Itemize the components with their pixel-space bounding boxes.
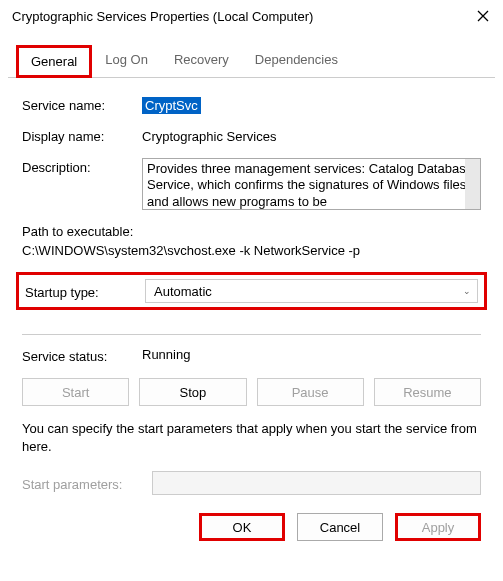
description-label: Description: <box>22 158 142 175</box>
tab-bar: General Log On Recovery Dependencies <box>8 44 495 78</box>
start-button: Start <box>22 378 129 406</box>
tab-content: Service name: CryptSvc Display name: Cry… <box>0 78 503 495</box>
description-box[interactable]: Provides three management services: Cata… <box>142 158 481 210</box>
display-name-value: Cryptographic Services <box>142 127 276 144</box>
start-parameters-hint: You can specify the start parameters tha… <box>22 420 481 455</box>
dialog-footer: OK Cancel Apply <box>0 513 503 541</box>
service-name-label: Service name: <box>22 96 142 113</box>
startup-type-row: Startup type: Automatic ⌄ <box>16 272 487 310</box>
divider <box>22 334 481 335</box>
stop-button[interactable]: Stop <box>139 378 246 406</box>
titlebar: Cryptographic Services Properties (Local… <box>0 0 503 32</box>
description-scrollbar[interactable] <box>465 159 480 209</box>
tab-recovery[interactable]: Recovery <box>161 45 242 78</box>
startup-type-value: Automatic <box>154 284 212 299</box>
tab-general[interactable]: General <box>16 45 92 78</box>
tab-logon[interactable]: Log On <box>92 45 161 78</box>
service-name-value[interactable]: CryptSvc <box>142 97 201 114</box>
start-parameters-input <box>152 471 481 495</box>
ok-button[interactable]: OK <box>199 513 285 541</box>
cancel-button[interactable]: Cancel <box>297 513 383 541</box>
resume-button: Resume <box>374 378 481 406</box>
startup-type-label: Startup type: <box>25 283 145 300</box>
startup-type-select[interactable]: Automatic ⌄ <box>145 279 478 303</box>
display-name-label: Display name: <box>22 127 142 144</box>
path-value: C:\WINDOWS\system32\svchost.exe -k Netwo… <box>22 243 481 258</box>
pause-button: Pause <box>257 378 364 406</box>
chevron-down-icon: ⌄ <box>463 286 471 296</box>
path-label: Path to executable: <box>22 224 481 239</box>
service-status-value: Running <box>142 347 190 364</box>
description-text: Provides three management services: Cata… <box>147 161 473 209</box>
window-title: Cryptographic Services Properties (Local… <box>12 9 313 24</box>
tab-dependencies[interactable]: Dependencies <box>242 45 351 78</box>
start-parameters-label: Start parameters: <box>22 475 152 492</box>
apply-button: Apply <box>395 513 481 541</box>
close-icon[interactable] <box>475 8 491 24</box>
service-status-label: Service status: <box>22 347 142 364</box>
